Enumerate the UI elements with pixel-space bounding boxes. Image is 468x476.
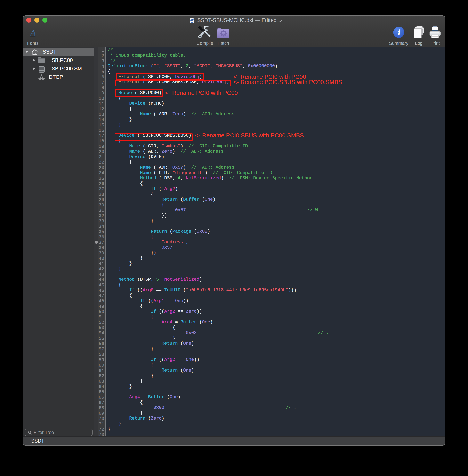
svg-text:i: i [398, 28, 400, 37]
svg-text:DSL: DSL [191, 22, 193, 23]
svg-text:A: A [29, 28, 36, 38]
